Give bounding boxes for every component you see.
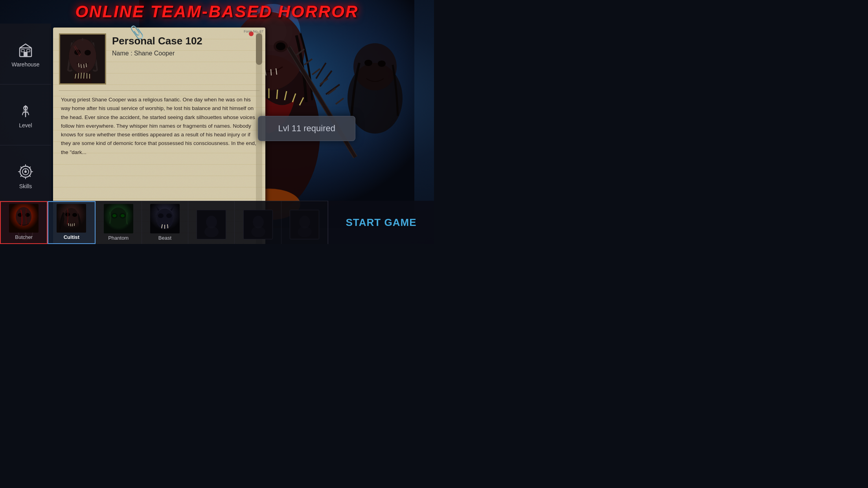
case-header: Personal Case 102 Name : Shane Cooper [59, 33, 259, 84]
cultist-name: Cultist [64, 234, 79, 240]
svg-point-58 [251, 226, 265, 237]
level-required-text: Lvl 11 required [278, 123, 335, 133]
beast-name: Beast [158, 235, 171, 241]
case-title-area: Personal Case 102 Name : Shane Cooper [112, 33, 259, 84]
svg-point-39 [72, 213, 77, 217]
sidebar-item-warehouse[interactable]: Warehouse [0, 24, 51, 84]
svg-rect-17 [24, 52, 28, 57]
cultist-portrait [57, 204, 86, 233]
butcher-portrait [9, 204, 39, 233]
empty1-portrait [197, 210, 226, 239]
char-slot-empty1[interactable] [188, 201, 235, 244]
start-game-label: START GAME [346, 216, 417, 229]
level-required-badge: Lvl 11 required [258, 116, 355, 141]
svg-point-61 [298, 226, 312, 237]
svg-point-13 [353, 43, 397, 90]
svg-point-55 [204, 226, 219, 237]
sidebar-item-skills[interactable]: Skills [0, 145, 51, 206]
skills-icon [16, 162, 35, 182]
svg-point-14 [364, 60, 372, 66]
skills-label: Skills [19, 183, 32, 189]
svg-point-50 [158, 213, 164, 218]
svg-point-37 [64, 208, 78, 225]
case-name: Name : Shane Cooper [112, 50, 259, 57]
char-slot-butcher[interactable]: Butcher [0, 201, 48, 244]
empty2-portrait [243, 210, 273, 239]
beast-portrait [150, 204, 180, 233]
game-title: ONLINE TEAM-BASED HORROR [75, 2, 359, 21]
character-sketch [60, 35, 105, 83]
svg-point-46 [121, 214, 125, 217]
warehouse-icon [16, 40, 35, 60]
butcher-name: Butcher [15, 234, 33, 240]
svg-point-51 [166, 213, 172, 218]
level-label: Level [19, 122, 32, 128]
divider [59, 90, 259, 91]
char-slot-empty3[interactable] [281, 201, 328, 244]
sidebar-item-level[interactable]: Level [0, 84, 51, 145]
char-slot-empty2[interactable] [235, 201, 281, 244]
case-photo-inner [60, 35, 105, 83]
svg-rect-19 [27, 50, 30, 52]
svg-point-45 [112, 214, 116, 217]
svg-point-29 [85, 50, 91, 55]
svg-point-9 [276, 42, 285, 50]
phantom-portrait [104, 204, 133, 233]
start-game-button[interactable]: START GAME [328, 201, 434, 244]
char-slot-cultist[interactable]: Cultist [48, 201, 95, 244]
phantom-name: Phantom [108, 235, 129, 241]
char-slot-phantom[interactable]: Phantom [96, 201, 142, 244]
char-slot-beast[interactable]: Beast [142, 201, 188, 244]
empty3-portrait [290, 210, 319, 239]
svg-point-15 [378, 61, 386, 67]
character-bar: Butcher [0, 201, 328, 244]
svg-rect-18 [21, 50, 24, 52]
case-body: Young priest Shane Cooper was a religiou… [59, 95, 259, 157]
svg-point-32 [16, 207, 31, 226]
case-photo [59, 33, 106, 84]
svg-point-27 [69, 39, 96, 74]
warehouse-label: Warehouse [11, 61, 39, 68]
level-icon [16, 101, 35, 121]
title-bar: ONLINE TEAM-BASED HORROR [0, 0, 434, 24]
